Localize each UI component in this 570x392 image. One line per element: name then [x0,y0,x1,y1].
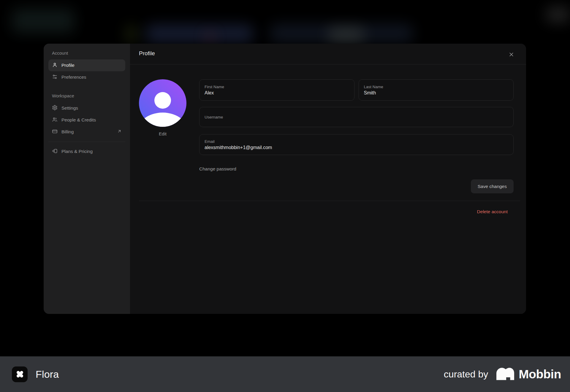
avatar-column: Edit [139,79,186,193]
section-label-account: Account [48,50,125,56]
last-name-field[interactable]: Last Name Smith [359,79,514,101]
sidebar-item-billing[interactable]: Billing [48,126,125,138]
arrow-up-right-icon [117,129,122,135]
field-label: First Name [205,85,349,89]
plans-columns-icon [52,148,58,155]
sidebar-item-plans-pricing[interactable]: Plans & Pricing [48,146,125,157]
change-password-link[interactable]: Change password [199,166,236,172]
first-name-field[interactable]: First Name Alex [199,79,354,101]
close-icon[interactable] [507,50,515,59]
sidebar-item-label: Preferences [61,75,86,80]
username-field[interactable]: Username [199,107,514,127]
page-title: Profile [139,50,517,57]
profile-form: First Name Alex Last Name Smith Username [199,79,514,193]
flora-clover-icon [12,366,28,382]
background-blur-blob [546,7,570,22]
field-value: Smith [364,90,509,96]
content-divider [139,201,520,201]
sidebar-item-profile[interactable]: Profile [48,59,125,71]
field-value: Alex [205,90,349,96]
field-label: Last Name [364,85,509,89]
user-icon [52,62,58,69]
gear-icon [52,105,58,112]
sidebar-item-people-credits[interactable]: People & Credits [48,114,125,126]
sidebar-item-preferences[interactable]: Preferences [48,71,125,83]
sidebar-item-settings[interactable]: Settings [48,102,125,114]
avatar[interactable] [139,79,186,127]
panel-header: Profile [130,44,526,64]
save-changes-button[interactable]: Save changes [471,179,514,193]
brand-lockup: Mobbin [496,367,561,381]
background-blur-blob [146,25,253,42]
brand-name: Mobbin [519,367,561,381]
background-blur-blob [207,32,213,43]
delete-account-link[interactable]: Delete account [477,209,508,214]
background-blur-blob [270,24,413,42]
sidebar-divider [48,142,125,142]
section-label-workspace: Workspace [48,93,125,99]
curated-by-label: curated by [444,369,488,380]
background-blur-blob [12,9,74,33]
email-field[interactable]: Email alexsmithmobbin+1@gmail.com [199,134,514,155]
sidebar-item-label: Billing [61,129,74,135]
field-label: Username [205,115,508,119]
account-settings-modal: Account Profile Preferences Workspace Se… [44,44,526,314]
background-blur-blob [328,27,364,42]
settings-sidebar: Account Profile Preferences Workspace Se… [44,44,130,314]
sidebar-item-label: Plans & Pricing [61,149,93,154]
avatar-edit-button[interactable]: Edit [159,131,167,136]
profile-content: Edit First Name Alex Last Name Smith [130,64,526,314]
app-name: Flora [36,369,59,380]
sliders-icon [52,74,58,81]
field-value: alexsmithmobbin+1@gmail.com [205,145,508,150]
profile-panel: Profile Edit [130,44,526,314]
sidebar-item-label: People & Credits [61,117,96,123]
credit-card-icon [52,129,58,135]
users-icon [52,117,58,124]
sidebar-item-label: Profile [61,63,75,68]
brand-footer: Flora curated by Mobbin [0,356,570,392]
background-blur-blob [126,26,137,42]
mobbin-m-icon [496,367,515,381]
field-label: Email [205,139,508,144]
sidebar-item-label: Settings [61,105,78,111]
